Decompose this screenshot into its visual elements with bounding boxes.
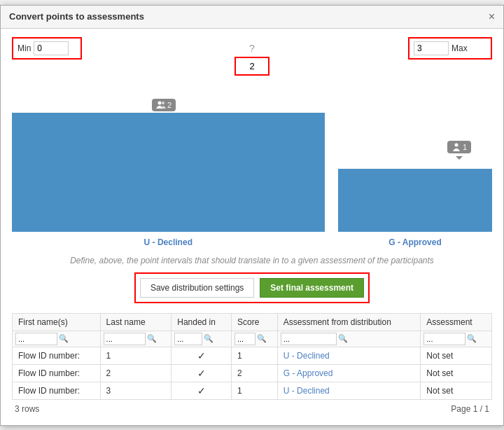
assessment-dist-link[interactable]: U - Declined [284, 351, 330, 361]
max-label: Max [451, 43, 468, 53]
left-bar [12, 113, 325, 232]
save-distribution-button[interactable]: Save distribution settings [140, 278, 254, 298]
mid-value-box[interactable]: 2 [234, 57, 270, 76]
chart-area: 2 1 [12, 99, 492, 253]
score-filter-input[interactable] [234, 333, 255, 345]
check-icon: ✓ [197, 385, 206, 396]
max-input[interactable] [414, 41, 449, 55]
col-lastname: Last name [100, 313, 172, 331]
participants-table: First name(s) Last name Handed in Score … [12, 313, 492, 400]
distribution-controls: Min ? 2 Max [12, 37, 492, 93]
bar-labels: U - Declined G - Approved [12, 237, 492, 247]
left-badge-icon: 2 [152, 99, 176, 111]
left-people-badge: 2 [152, 99, 176, 111]
cell-score: 1 [231, 382, 277, 399]
assessment-dist-filter-icon[interactable]: 🔍 [338, 334, 348, 343]
cell-assessment-dist: G - Approved [277, 364, 421, 382]
cell-firstname: Flow ID number: [13, 347, 101, 364]
hint-text: Define, above, the point intervals that … [12, 256, 492, 265]
help-icon[interactable]: ? [249, 43, 255, 54]
cell-lastname: 1 [100, 347, 172, 364]
col-assessment-dist: Assessment from distribution [277, 313, 421, 331]
cell-assessment-dist: U - Declined [277, 382, 421, 399]
right-bar-label: G - Approved [338, 237, 492, 247]
table-row: Flow ID number: 1 ✓ 1 U - Declined Not s… [13, 347, 492, 364]
people-icon [156, 100, 166, 110]
assessment-dist-link[interactable]: G - Approved [284, 368, 333, 378]
row-count: 3 rows [15, 404, 39, 414]
score-filter-icon[interactable]: 🔍 [257, 334, 267, 343]
filter-lastname: 🔍 [100, 331, 172, 347]
bars-container [12, 113, 492, 232]
cell-lastname: 2 [100, 364, 172, 382]
assessment-dist-filter-input[interactable] [281, 333, 337, 345]
set-final-assessment-button[interactable]: Set final assessment [260, 278, 364, 298]
firstname-filter-icon[interactable]: 🔍 [59, 334, 69, 343]
filter-assessment: 🔍 [421, 331, 492, 347]
assessment-filter-input[interactable] [424, 333, 465, 345]
svg-point-1 [162, 102, 164, 104]
cell-score: 2 [231, 364, 277, 382]
bar-gap [325, 113, 338, 232]
buttons-row: Save distribution settings Set final ass… [134, 272, 370, 303]
cell-handedin: ✓ [172, 347, 232, 364]
check-icon: ✓ [197, 350, 206, 361]
max-box: Max [408, 37, 492, 60]
min-label: Min [18, 43, 31, 53]
table-row: Flow ID number: 3 ✓ 1 U - Declined Not s… [13, 382, 492, 399]
lastname-filter-input[interactable] [104, 333, 146, 345]
cell-handedin: ✓ [172, 382, 232, 399]
table-row: Flow ID number: 2 ✓ 2 G - Approved Not s… [13, 364, 492, 382]
cell-handedin: ✓ [172, 364, 232, 382]
convert-points-dialog: Convert points to assessments × Min ? 2 [0, 5, 504, 426]
col-handedin: Handed in [172, 313, 232, 331]
filter-assessment-dist: 🔍 [277, 331, 421, 347]
cell-firstname: Flow ID number: [13, 382, 101, 399]
lastname-filter-icon[interactable]: 🔍 [147, 334, 157, 343]
cell-assessment-dist: U - Declined [277, 347, 421, 364]
dialog-body: Min ? 2 Max [1, 29, 503, 425]
min-input[interactable] [34, 41, 69, 55]
assessment-filter-icon[interactable]: 🔍 [467, 334, 477, 343]
left-bar-label: U - Declined [12, 237, 325, 247]
min-box: Min [12, 37, 82, 60]
filter-firstname: 🔍 [13, 331, 101, 347]
assessment-dist-link[interactable]: U - Declined [284, 386, 330, 396]
col-score: Score [231, 313, 277, 331]
close-button[interactable]: × [489, 11, 495, 22]
check-icon: ✓ [197, 368, 206, 379]
filter-handedin: 🔍 [172, 331, 232, 347]
right-bar [338, 169, 492, 232]
cell-assessment: Not set [421, 382, 492, 399]
table-footer: 3 rows Page 1 / 1 [12, 400, 492, 417]
firstname-filter-input[interactable] [15, 333, 57, 345]
svg-point-0 [158, 101, 162, 104]
dialog-title-bar: Convert points to assessments × [1, 6, 503, 29]
cell-lastname: 3 [100, 382, 172, 399]
col-firstname: First name(s) [13, 313, 101, 331]
handedin-filter-input[interactable] [174, 333, 202, 345]
table-filter-row: 🔍 🔍 🔍 [13, 331, 492, 347]
cell-assessment: Not set [421, 347, 492, 364]
filter-score: 🔍 [231, 331, 277, 347]
table-header-row: First name(s) Last name Handed in Score … [13, 313, 492, 331]
page-info: Page 1 / 1 [451, 404, 489, 414]
cell-assessment: Not set [421, 364, 492, 382]
dialog-title: Convert points to assessments [9, 11, 144, 22]
col-assessment: Assessment [421, 313, 492, 331]
cell-score: 1 [231, 347, 277, 364]
cell-firstname: Flow ID number: [13, 364, 101, 382]
handedin-filter-icon[interactable]: 🔍 [204, 334, 214, 343]
mid-value: 2 [249, 61, 254, 71]
left-badge-count: 2 [167, 101, 172, 109]
